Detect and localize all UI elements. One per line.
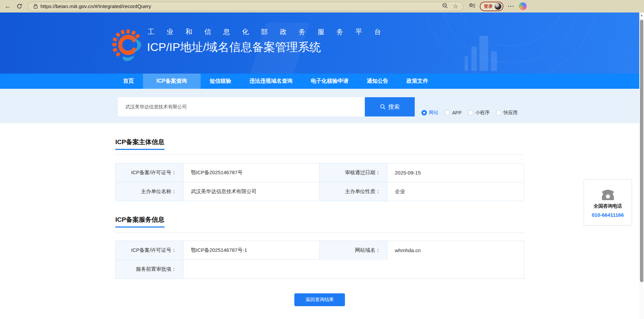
- option-label: 小程序: [475, 110, 490, 116]
- site-header: 工业和信息化部政务服务平台 ICP/IP地址/域名信息备案管理系统: [0, 12, 639, 74]
- field-value: whmhda.cn: [387, 241, 524, 260]
- field-label: ICP备案/许可证号：: [116, 163, 183, 182]
- field-value: 武汉美华达信息技术有限公司: [183, 182, 320, 201]
- hotline-number: 010-66411166: [592, 212, 624, 218]
- avatar: [495, 3, 501, 10]
- field-value: 2025-09-15: [387, 163, 524, 182]
- option-label: 网站: [429, 110, 438, 116]
- search-button[interactable]: 搜索: [365, 97, 415, 116]
- option-label: 快应用: [503, 110, 518, 116]
- browser-chrome: ← https://beian.miit.gov.cn/#/Integrated…: [0, 0, 644, 12]
- back-to-results-button[interactable]: 返回查询结果: [294, 293, 345, 306]
- radio-icon: [421, 110, 427, 115]
- browser-menu-icon[interactable]: ···: [508, 3, 515, 10]
- table-row: ICP备案/许可证号： 鄂ICP备2025146787号-1 网站域名： whm…: [116, 241, 524, 260]
- field-label: 主办单位性质：: [320, 182, 387, 201]
- site-logo-icon: [112, 29, 143, 64]
- section-divider: [115, 232, 524, 233]
- favorite-star-icon[interactable]: ☆: [453, 3, 458, 9]
- option-website[interactable]: 网站: [421, 110, 438, 116]
- field-label: 主办单位名称：: [116, 182, 183, 201]
- search-input[interactable]: [118, 97, 365, 116]
- search-button-label: 搜索: [388, 103, 400, 111]
- header-building-graphic: [479, 36, 488, 71]
- main-nav: 首页 ICP备案查询 短信核验 违法违规域名查询 电子化核验申请 通知公告 政策…: [0, 74, 639, 89]
- field-value: [183, 260, 524, 279]
- hotline-card: 全国咨询电话 010-66411166: [584, 179, 632, 225]
- zoom-out-icon[interactable]: [442, 3, 448, 10]
- service-section-title: ICP备案服务信息: [115, 215, 165, 228]
- scrollbar-thumb[interactable]: [640, 20, 643, 282]
- scrollbar-up-icon[interactable]: ▲: [639, 12, 644, 17]
- field-value: 鄂ICP备2025146787号: [183, 163, 320, 182]
- field-label: 网站域名：: [320, 241, 387, 260]
- nav-item-electronic-verification[interactable]: 电子化核验申请: [302, 74, 358, 89]
- subject-info-table: ICP备案/许可证号： 鄂ICP备2025146787号 审核通过日期： 202…: [115, 163, 524, 201]
- address-bar[interactable]: https://beian.miit.gov.cn/#/Integrated/r…: [28, 2, 463, 11]
- option-label: APP: [452, 110, 462, 115]
- copilot-icon[interactable]: [519, 2, 527, 10]
- header-building-graphic: [465, 56, 468, 71]
- hotline-label: 全国咨询电话: [594, 203, 622, 209]
- url-text[interactable]: https://beian.miit.gov.cn/#/Integrated/r…: [40, 3, 442, 9]
- nav-item-policy-files[interactable]: 政策文件: [398, 74, 437, 89]
- search-icon: [380, 104, 386, 110]
- favorites-list-icon[interactable]: [469, 3, 475, 10]
- radio-icon: [445, 110, 450, 115]
- back-icon[interactable]: ←: [2, 2, 13, 11]
- header-building-graphic: [471, 47, 477, 71]
- field-label: 服务前置审批项：: [116, 260, 183, 279]
- refresh-icon-glyph: [17, 3, 22, 9]
- option-miniprogram[interactable]: 小程序: [468, 110, 490, 116]
- nav-item-illegal-domain-query[interactable]: 违法违规域名查询: [240, 74, 302, 89]
- header-building-graphic: [491, 51, 497, 71]
- nav-item-home[interactable]: 首页: [114, 74, 143, 89]
- refresh-icon[interactable]: [13, 2, 25, 11]
- field-label: ICP备案/许可证号：: [116, 241, 183, 260]
- radio-icon: [468, 110, 473, 115]
- nav-item-icp-query[interactable]: ICP备案查询: [143, 74, 201, 89]
- search-section: 搜索 网站 APP 小程序 快应用: [0, 89, 639, 123]
- option-quickapp[interactable]: 快应用: [496, 110, 518, 116]
- section-divider: [115, 155, 524, 155]
- page: 工业和信息化部政务服务平台 ICP/IP地址/域名信息备案管理系统 首页 ICP…: [0, 12, 639, 319]
- search-type-options: 网站 APP 小程序 快应用: [421, 110, 518, 116]
- vertical-scrollbar[interactable]: ▲: [639, 12, 644, 319]
- nav-item-notices[interactable]: 通知公告: [358, 74, 398, 89]
- field-label: 审核通过日期：: [320, 163, 387, 182]
- nav-item-sms-verify[interactable]: 短信核验: [201, 74, 240, 89]
- table-row: 主办单位名称： 武汉美华达信息技术有限公司 主办单位性质： 企业: [116, 182, 524, 201]
- table-row: ICP备案/许可证号： 鄂ICP备2025146787号 审核通过日期： 202…: [116, 163, 524, 182]
- field-value: 企业: [387, 182, 524, 201]
- telephone-icon: [600, 187, 616, 201]
- radio-icon: [496, 110, 501, 115]
- subject-section-title: ICP备案主体信息: [115, 138, 165, 150]
- table-row: 服务前置审批项：: [116, 260, 524, 279]
- header-subtitle: 工业和信息化部政务服务平台: [148, 27, 393, 36]
- field-value: 鄂ICP备2025146787号-1: [183, 241, 320, 260]
- lock-icon: [33, 4, 38, 9]
- option-app[interactable]: APP: [445, 110, 462, 115]
- header-title: ICP/IP地址/域名信息备案管理系统: [147, 39, 321, 55]
- login-button[interactable]: 登录: [480, 2, 503, 11]
- service-info-table: ICP备案/许可证号： 鄂ICP备2025146787号-1 网站域名： whm…: [115, 241, 524, 279]
- login-label: 登录: [484, 3, 493, 9]
